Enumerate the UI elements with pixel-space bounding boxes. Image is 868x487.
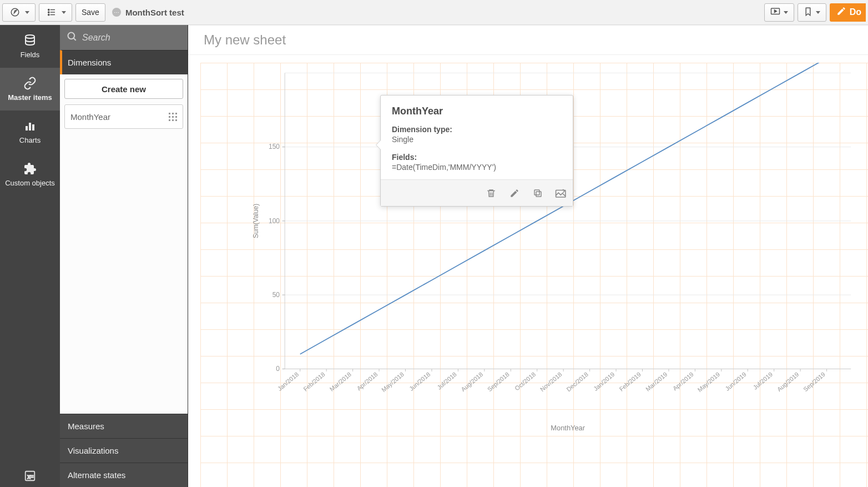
sidebar-item-custom-objects[interactable]: Custom objects — [0, 153, 60, 196]
svg-text:Jul/2019: Jul/2019 — [752, 371, 774, 391]
svg-text:Jul/2018: Jul/2018 — [436, 371, 458, 391]
svg-text:100: 100 — [269, 217, 280, 225]
svg-rect-76 — [534, 190, 539, 195]
svg-text:Mar/2018: Mar/2018 — [329, 371, 352, 393]
drag-handle-icon[interactable] — [169, 113, 177, 121]
popover-title: MonthYear — [392, 106, 562, 117]
svg-text:Jan/2019: Jan/2019 — [592, 371, 615, 392]
list-icon — [45, 6, 58, 19]
svg-text:Feb/2019: Feb/2019 — [618, 371, 642, 393]
svg-text:MonthYear: MonthYear — [551, 424, 585, 432]
svg-text:Sep/2018: Sep/2018 — [486, 371, 511, 393]
asset-panel: Dimensions Create new MonthYear Measures… — [60, 25, 188, 487]
search-input[interactable] — [82, 33, 194, 43]
accordion-visualizations[interactable]: Visualizations — [60, 438, 188, 463]
svg-text:50: 50 — [272, 291, 280, 299]
svg-text:Jun/2018: Jun/2018 — [408, 371, 431, 392]
measures-head-label: Measures — [68, 421, 104, 431]
master-items-label: Master items — [8, 93, 52, 102]
dimension-popover: MonthYear Dimension type: Single Fields:… — [380, 95, 573, 207]
sheet-canvas: My new sheet 050100150Sum(Value)Jan/2018… — [188, 25, 868, 487]
svg-text:Apr/2018: Apr/2018 — [356, 371, 379, 392]
dimensions-head-label: Dimensions — [68, 58, 111, 67]
visualizations-head-label: Visualizations — [68, 446, 118, 455]
svg-rect-75 — [536, 192, 541, 197]
svg-text:Dec/2018: Dec/2018 — [565, 371, 589, 393]
svg-text:Mar/2019: Mar/2019 — [644, 371, 668, 393]
image-swap-icon — [555, 188, 567, 198]
sidebar-item-master-items[interactable]: Master items — [0, 68, 60, 111]
svg-text:Sum(Value): Sum(Value) — [252, 204, 260, 238]
search-icon — [67, 31, 78, 44]
sidebar-item-fields[interactable]: Fields — [0, 25, 60, 68]
trash-icon — [486, 188, 496, 199]
app-icon: ⋯ — [112, 8, 121, 17]
svg-text:Aug/2019: Aug/2019 — [776, 371, 800, 393]
accordion-measures[interactable]: Measures — [60, 414, 188, 438]
chevron-down-icon — [62, 11, 66, 14]
delete-button[interactable] — [485, 187, 497, 199]
duplicate-button[interactable] — [532, 187, 544, 199]
variable-icon: x= — [24, 470, 36, 482]
bookmark-dropdown-button[interactable] — [798, 3, 826, 22]
popover-fields-label: Fields: — [392, 153, 562, 162]
popover-type-value: Single — [392, 135, 562, 144]
dimension-item-label: MonthYear — [70, 112, 110, 122]
replace-button[interactable] — [555, 187, 567, 199]
database-icon — [23, 34, 37, 47]
sidebar-bottom-item[interactable]: x= — [0, 465, 60, 487]
popover-type-label: Dimension type: — [392, 125, 562, 134]
svg-text:0: 0 — [276, 365, 280, 373]
popover-fields-value: =Date(TimeDim,'MMM/YYYY') — [392, 163, 562, 172]
done-label: Do — [850, 7, 861, 17]
sheet-title: My new sheet — [204, 32, 286, 48]
svg-point-5 — [48, 14, 49, 15]
save-label: Save — [82, 8, 99, 17]
app-title-area: ⋯ MonthSort test — [112, 8, 184, 17]
svg-text:Nov/2018: Nov/2018 — [539, 371, 563, 393]
svg-rect-11 — [32, 124, 34, 130]
svg-text:Jun/2019: Jun/2019 — [724, 371, 747, 392]
popover-footer — [381, 179, 573, 206]
chevron-down-icon — [784, 11, 788, 14]
svg-text:Sep/2019: Sep/2019 — [802, 371, 826, 393]
create-new-button[interactable]: Create new — [64, 79, 183, 99]
svg-line-15 — [74, 38, 76, 40]
accordion-dimensions[interactable]: Dimensions — [60, 50, 188, 74]
sheet-title-row[interactable]: My new sheet — [188, 25, 868, 55]
svg-text:Aug/2018: Aug/2018 — [460, 371, 484, 393]
alternate-states-head-label: Alternate states — [68, 470, 125, 480]
puzzle-icon — [23, 162, 37, 175]
search-row — [60, 25, 188, 50]
pencil-icon — [509, 188, 519, 198]
chevron-down-icon — [25, 11, 29, 14]
link-icon — [23, 77, 37, 90]
svg-text:Oct/2018: Oct/2018 — [513, 371, 537, 392]
nav-dropdown-button[interactable] — [2, 3, 36, 22]
charts-label: Charts — [19, 136, 41, 144]
app-title: MonthSort test — [125, 8, 184, 17]
list-dropdown-button[interactable] — [39, 3, 72, 22]
done-button[interactable]: Do — [830, 3, 866, 22]
svg-text:May/2018: May/2018 — [380, 371, 405, 393]
top-toolbar: Save ⋯ MonthSort test Do — [0, 0, 868, 25]
save-button[interactable]: Save — [75, 3, 105, 22]
svg-point-3 — [48, 12, 49, 13]
duplicate-icon — [532, 188, 543, 198]
icon-sidebar: Fields Master items Charts Custom object… — [0, 25, 60, 487]
dimension-item-monthyear[interactable]: MonthYear — [64, 104, 183, 129]
fields-label: Fields — [21, 51, 40, 59]
svg-text:150: 150 — [269, 143, 280, 150]
accordion-alternate-states[interactable]: Alternate states — [60, 463, 188, 487]
svg-text:Jan/2018: Jan/2018 — [276, 371, 300, 392]
svg-point-14 — [68, 32, 75, 39]
custom-objects-label: Custom objects — [5, 179, 55, 187]
svg-text:May/2019: May/2019 — [696, 371, 721, 393]
edit-button[interactable] — [508, 187, 521, 199]
chevron-down-icon — [816, 11, 820, 14]
pencil-icon — [836, 6, 846, 18]
svg-point-8 — [26, 35, 34, 38]
play-dropdown-button[interactable] — [764, 3, 794, 22]
dimensions-body: Create new MonthYear — [60, 74, 188, 414]
sidebar-item-charts[interactable]: Charts — [0, 111, 60, 153]
